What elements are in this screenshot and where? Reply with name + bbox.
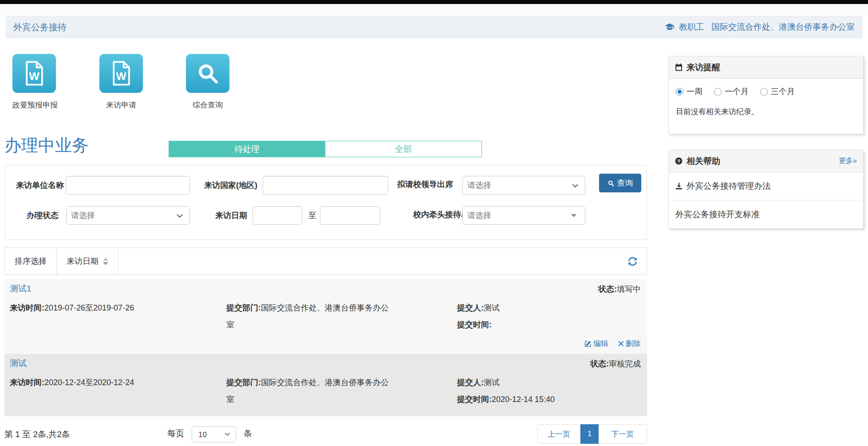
quick-action-label: 来访申请	[99, 100, 143, 110]
current-page-button[interactable]: 1	[580, 424, 599, 444]
related-help-panel: ? 相关帮助 更多» 外宾公务接待管理办法 外宾公务接待开支标准	[668, 150, 864, 229]
header-bar: 外宾公务接待 教职工 国际交流合作处、港澳台侨事务办公室	[6, 16, 862, 38]
help-item[interactable]: 外宾公务接待管理办法	[669, 172, 863, 200]
download-icon	[675, 183, 683, 190]
word-doc-icon[interactable]: W	[99, 54, 143, 93]
per-page-select[interactable]: 10	[192, 426, 236, 442]
submit-dept: 提交部门:国际交流合作处、港澳台侨事务办公室	[226, 299, 395, 333]
radio-selected-icon	[676, 88, 683, 96]
refresh-icon	[627, 256, 638, 267]
visit-date-to-input[interactable]	[320, 206, 380, 225]
country-label: 来访国家(地区)	[204, 176, 257, 195]
top-strip	[0, 4, 868, 16]
unit-name-input[interactable]	[66, 176, 190, 195]
quick-action-visit-apply[interactable]: W 来访申请	[99, 54, 143, 110]
radio-three-months[interactable]: 三个月	[760, 86, 795, 97]
quick-action-politician-report[interactable]: W 政要预报申报	[12, 54, 56, 110]
submitter: 提交人:测试	[457, 299, 500, 316]
user-info[interactable]: 教职工 国际交流合作处、港澳台侨事务办公室	[665, 21, 855, 33]
pagination: 上一页 1 下一页	[537, 424, 647, 444]
word-doc-icon[interactable]: W	[12, 54, 56, 93]
section-title: 办理中业务	[4, 135, 89, 155]
submit-time: 提交时间:	[457, 316, 492, 333]
prev-page-button[interactable]: 上一页	[537, 424, 580, 444]
reminder-range-options: 一周 一个月 三个月	[669, 79, 863, 97]
country-input[interactable]	[263, 176, 388, 195]
unit-name-label: 来访单位名称	[16, 176, 64, 195]
user-org: 国际交流合作处、港澳台侨事务办公室	[711, 21, 855, 33]
visit-reminder-panel: 来访提醒 一周 一个月 三个月 目前没有相关来访纪录。	[668, 56, 864, 134]
status-select[interactable]: 请选择	[66, 206, 190, 225]
delete-x-icon	[618, 341, 624, 346]
svg-text:W: W	[29, 70, 39, 82]
record-title-link[interactable]: 测试	[10, 358, 27, 369]
quick-action-label: 政要预报申报	[12, 100, 56, 110]
calendar-icon	[675, 64, 683, 71]
visit-date-label: 来访日期	[215, 206, 247, 225]
leader-label: 拟请校领导出席	[397, 179, 442, 190]
submit-dept: 提交部门:国际交流合作处、港澳台侨事务办公室	[226, 374, 395, 408]
search-icon[interactable]	[186, 54, 229, 93]
radio-unselected-icon	[714, 88, 722, 96]
next-page-button[interactable]: 下一页	[599, 424, 647, 444]
lead-unit-select[interactable]: 请选择	[462, 206, 585, 225]
panel-title: 相关帮助	[687, 155, 720, 167]
delete-link[interactable]: 删除	[618, 338, 641, 349]
leader-select[interactable]: 请选择	[462, 176, 585, 195]
row-actions: 编辑 删除	[584, 338, 641, 349]
submit-time: 提交时间:2020-12-14 15:40	[457, 391, 555, 408]
date-to-label: 至	[308, 206, 316, 225]
visit-time: 来访时间:2019-07-26至2019-07-26	[10, 299, 134, 316]
search-button[interactable]: 查询	[599, 174, 641, 192]
graduation-cap-icon	[665, 22, 675, 32]
filter-panel: 来访单位名称 来访国家(地区) 拟请校领导出席 请选择 查询 办理状态 请选择 …	[4, 165, 647, 240]
record-row: 测试 来访时间:2020-12-24至2020-12-24 提交部门:国际交流合…	[4, 354, 647, 416]
top-black-bar	[0, 0, 868, 4]
tab-all[interactable]: 全部	[325, 141, 482, 157]
search-icon	[608, 180, 614, 187]
question-circle-icon: ?	[675, 157, 683, 165]
status-label: 办理状态	[27, 206, 59, 225]
sort-by-visit-date[interactable]: 来访日期	[57, 248, 118, 275]
edit-pencil-icon	[584, 340, 592, 347]
sort-select-header[interactable]: 排序选择	[5, 248, 57, 275]
sort-carets	[103, 258, 108, 265]
page-title: 外宾公务接待	[13, 21, 67, 33]
per-page-label: 每页	[167, 423, 184, 444]
quick-action-search[interactable]: 综合查询	[186, 54, 229, 110]
radio-one-month[interactable]: 一个月	[714, 86, 749, 97]
help-item[interactable]: 外宾公务接待开支标准	[669, 200, 863, 228]
visit-time: 来访时间:2020-12-24至2020-12-24	[10, 374, 134, 391]
edit-link[interactable]: 编辑	[584, 338, 608, 349]
list-header: 排序选择 来访日期	[4, 247, 647, 275]
refresh-button[interactable]	[619, 248, 647, 275]
visit-date-from-input[interactable]	[253, 206, 302, 225]
quick-action-label: 综合查询	[186, 100, 229, 110]
panel-title: 来访提醒	[687, 62, 720, 73]
tab-pending[interactable]: 待处理	[169, 141, 325, 157]
record-row: 测试1 来访时间:2019-07-26至2019-07-26 提交部门:国际交流…	[4, 279, 647, 354]
status-text: 状态:审核完成	[590, 358, 641, 369]
radio-unselected-icon	[760, 88, 768, 96]
user-type: 教职工	[679, 21, 704, 33]
no-records-text: 目前没有相关来访纪录。	[669, 97, 863, 117]
per-page-unit: 条	[244, 423, 252, 444]
radio-one-week[interactable]: 一周	[676, 86, 702, 97]
tab-bar: 待处理 全部	[169, 141, 482, 157]
record-count-summary: 第 1 至 2条,共2条	[4, 426, 70, 443]
submitter: 提交人:测试	[457, 374, 500, 391]
more-link[interactable]: 更多»	[839, 156, 857, 166]
page: 外宾公务接待 教职工 国际交流合作处、港澳台侨事务办公室 W 政要预报申报	[0, 0, 868, 446]
sort-caret-down-icon	[103, 262, 108, 265]
status-text: 状态:填写中	[598, 284, 641, 295]
sort-caret-up-icon	[103, 258, 108, 261]
svg-text:W: W	[116, 70, 126, 82]
record-title-link[interactable]: 测试1	[10, 283, 32, 295]
lead-unit-label: 校内牵头接待单位	[413, 209, 460, 220]
svg-text:?: ?	[677, 158, 680, 164]
